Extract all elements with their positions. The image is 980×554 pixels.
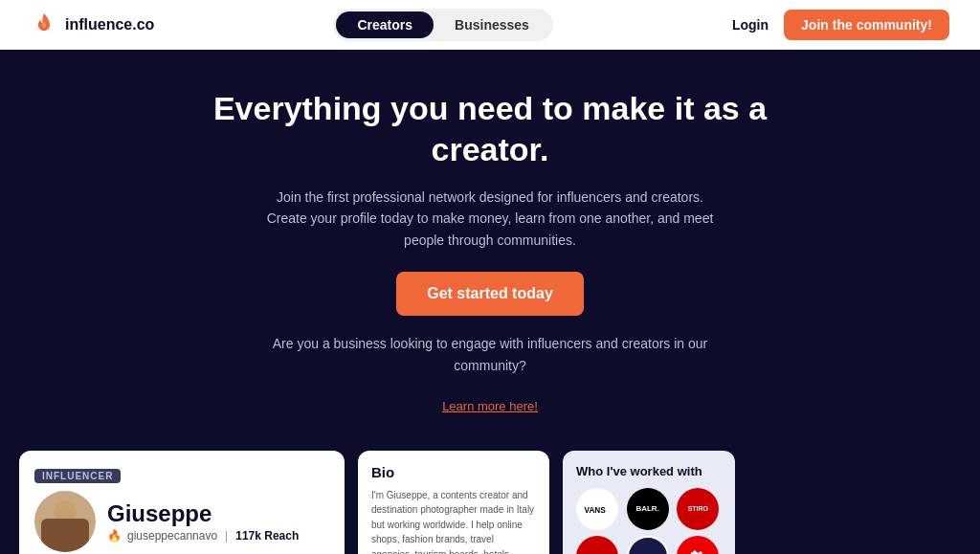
businesses-tab[interactable]: Businesses (434, 11, 550, 38)
profile-card: INFLUENCER Giuseppe 🔥 giuseppecannavo | … (19, 451, 345, 554)
influencer-badge: INFLUENCER (34, 469, 121, 483)
bio-title: Bio (371, 464, 536, 480)
brand-marriott: M (627, 536, 669, 554)
worked-with-title: Who I've worked with (576, 464, 722, 478)
bio-text: I'm Giuseppe, a contents creator and des… (371, 488, 536, 554)
brand-red-bag: 🛍 (677, 536, 719, 554)
red-bag-text: 🛍 (690, 549, 705, 554)
hero-subtext: Join the first professional network desi… (260, 187, 720, 251)
hero-headline: Everything you need to make it as a crea… (203, 88, 777, 169)
brand-balr: BALR. (627, 488, 669, 530)
profile-handle: 🔥 giuseppecannavo | 117k Reach (107, 529, 299, 543)
login-button[interactable]: Login (732, 17, 768, 33)
brand-logos-grid: VANS BALR. STIRO NISSAN M 🛍 (576, 488, 722, 554)
worked-with-card: Who I've worked with VANS BALR. STIRO NI… (563, 451, 735, 554)
reach-text: 117k Reach (235, 529, 299, 543)
business-prompt: Are you a business looking to engage wit… (260, 333, 720, 376)
svg-text:VANS: VANS (585, 506, 607, 515)
learn-more-link[interactable]: Learn more here! (442, 399, 538, 413)
cards-section: INFLUENCER Giuseppe 🔥 giuseppecannavo | … (0, 433, 980, 554)
handle-text: giuseppecannavo (127, 529, 217, 543)
creators-tab[interactable]: Creators (336, 11, 434, 38)
get-started-button[interactable]: Get started today (396, 272, 584, 316)
profile-top: Giuseppe 🔥 giuseppecannavo | 117k Reach (34, 491, 329, 552)
header-right: Login Join the community! (732, 10, 949, 40)
hero-section: Everything you need to make it as a crea… (0, 50, 980, 433)
flame-icon (31, 11, 57, 38)
brand-vans: VANS (576, 488, 618, 530)
join-button[interactable]: Join the community! (784, 10, 949, 40)
stiro-text: STIRO (688, 505, 708, 512)
brand-nissan: NISSAN (576, 536, 618, 554)
profile-name-area: Giuseppe 🔥 giuseppecannavo | 117k Reach (107, 500, 299, 543)
profile-name: Giuseppe (107, 500, 299, 527)
nav-toggle: Creators Businesses (333, 9, 552, 41)
header: influence.co Creators Businesses Login J… (0, 0, 980, 50)
handle-flame-icon: 🔥 (107, 529, 122, 543)
vans-logo-icon: VANS (583, 499, 612, 519)
avatar (34, 491, 96, 552)
brand-stiro: STIRO (677, 488, 719, 530)
logo-text: influence.co (65, 16, 154, 33)
logo-area: influence.co (31, 11, 154, 38)
balr-text: BALR. (635, 505, 658, 513)
bio-card: Bio I'm Giuseppe, a contents creator and… (358, 451, 549, 554)
